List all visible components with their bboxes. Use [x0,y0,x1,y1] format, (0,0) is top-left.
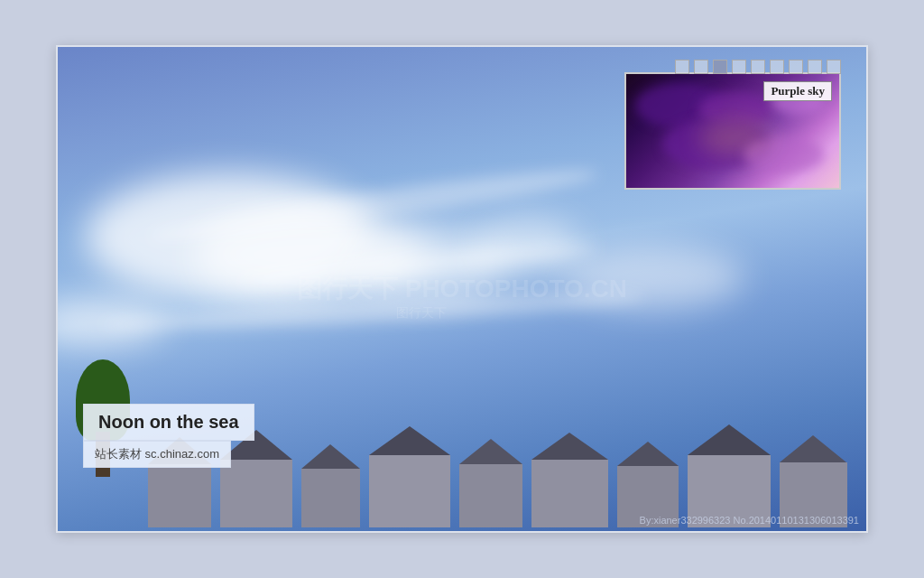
thumbnail-preview[interactable]: Purple sky [624,72,841,190]
svg-marker-13 [617,442,679,466]
svg-marker-9 [459,439,522,464]
svg-marker-15 [688,424,771,455]
svg-rect-2 [220,460,292,527]
caption-text: Noon on the sea [98,412,239,432]
sub-caption-text: 站长素材 sc.chinaz.com [95,447,219,461]
dot-5[interactable] [751,60,765,74]
dot-navigation [675,60,841,74]
caption-box: Noon on the sea [83,404,254,441]
svg-rect-0 [148,464,211,527]
dot-1[interactable] [675,60,689,74]
dot-7[interactable] [789,60,803,74]
svg-rect-4 [301,469,360,527]
svg-marker-7 [369,426,450,455]
dot-3[interactable] [713,60,727,74]
dot-2[interactable] [694,60,708,74]
svg-rect-10 [531,460,608,527]
dot-6[interactable] [770,60,784,74]
svg-rect-8 [459,464,522,527]
thumbnail-label: Purple sky [763,81,832,101]
svg-marker-17 [780,435,846,462]
svg-marker-11 [531,433,608,460]
slideshow: 图行天下 PHOTOPHOTO.CN 图行天下 [56,45,868,533]
watermark-bottom: By:xianer332996323 No.201401101313060133… [640,515,859,526]
dot-8[interactable] [808,60,822,74]
svg-rect-6 [369,455,450,527]
dot-4[interactable] [732,60,746,74]
svg-marker-5 [301,444,360,469]
dot-9[interactable] [827,60,841,74]
sub-caption-box: 站长素材 sc.chinaz.com [83,441,231,468]
